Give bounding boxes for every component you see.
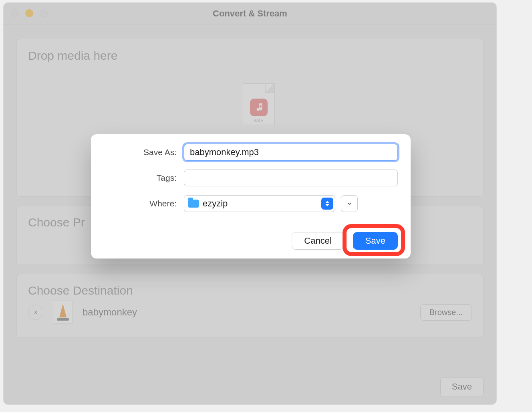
drop-media-title: Drop media here: [17, 39, 483, 66]
cancel-button[interactable]: Cancel: [292, 232, 344, 250]
file-extension-label: WAV: [254, 119, 264, 123]
browse-button[interactable]: Browse...: [420, 304, 472, 321]
choose-destination-title: Choose Destination: [17, 274, 483, 301]
window-minimize-button[interactable]: [25, 9, 33, 17]
where-label: Where:: [104, 199, 184, 208]
clear-destination-button[interactable]: x: [28, 305, 43, 320]
chevron-down-icon: [346, 200, 353, 207]
window-close-button[interactable]: [11, 9, 19, 17]
window-controls: [11, 9, 48, 17]
expand-dialog-button[interactable]: [341, 195, 358, 212]
tags-label: Tags:: [104, 173, 184, 183]
save-button[interactable]: Save: [353, 232, 398, 250]
dropped-file-thumbnail[interactable]: WAV: [243, 83, 275, 125]
save-dialog: Save As: Tags: Where: ezyzip Cancel Save: [91, 134, 411, 259]
vlc-file-icon: [53, 301, 73, 324]
save-as-label: Save As:: [104, 147, 184, 157]
audio-file-icon: [250, 99, 268, 116]
window-zoom-button[interactable]: [40, 9, 48, 17]
select-stepper-icon: [321, 198, 333, 210]
titlebar: Convert & Stream: [4, 3, 496, 24]
choose-destination-panel: Choose Destination x babymonkey Browse..…: [16, 274, 484, 338]
vlc-cone-icon: [55, 304, 71, 321]
footer-save-button[interactable]: Save: [440, 377, 484, 396]
app-window: Convert & Stream Drop media here WAV Cho…: [3, 2, 497, 405]
save-as-input[interactable]: [184, 144, 398, 161]
destination-filename: babymonkey: [83, 307, 137, 318]
where-folder-select[interactable]: ezyzip: [184, 195, 335, 212]
tags-input[interactable]: [184, 170, 398, 186]
folder-icon: [188, 200, 199, 208]
where-folder-name: ezyzip: [203, 198, 228, 209]
window-title: Convert & Stream: [213, 8, 287, 19]
